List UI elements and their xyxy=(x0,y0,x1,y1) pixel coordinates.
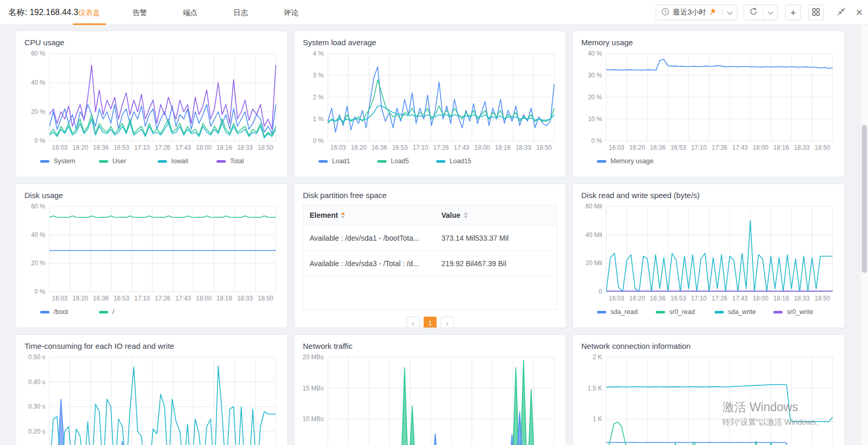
svg-text:18:50: 18:50 xyxy=(536,144,552,151)
legend-label: Load5 xyxy=(391,158,409,165)
svg-text:18:00: 18:00 xyxy=(475,144,490,151)
prev-page-button[interactable]: ‹ xyxy=(406,317,419,328)
svg-text:0 %: 0 % xyxy=(34,137,45,145)
sort-icon[interactable] xyxy=(341,212,345,218)
system-load-chart[interactable]: 0 %1 %2 %3 %4 %16:0316:2016:3616:5317:10… xyxy=(300,48,560,153)
svg-text:15 MBs: 15 MBs xyxy=(302,385,324,392)
column-header-value[interactable]: Value xyxy=(435,211,557,219)
tab-endpoints[interactable]: 端点 xyxy=(165,0,215,25)
add-widget-button[interactable]: + xyxy=(785,5,801,20)
close-button[interactable]: ✕ xyxy=(854,5,864,20)
svg-text:17:10: 17:10 xyxy=(413,144,428,151)
panel-disk-usage: Disk usage 0 %20 %40 %60 %16:0316:2016:3… xyxy=(16,184,288,328)
svg-text:17:26: 17:26 xyxy=(433,144,449,151)
active-tab-underline xyxy=(73,23,106,25)
svg-text:16:03: 16:03 xyxy=(52,295,68,302)
svg-text:10 MBs: 10 MBs xyxy=(302,415,324,423)
table-row[interactable]: Available : /dev/sda1 - /bootTota... 373… xyxy=(303,226,557,251)
vertical-scrollbar-thumb[interactable] xyxy=(862,125,867,273)
svg-text:3 %: 3 % xyxy=(313,72,324,79)
refresh-interval-dropdown-button[interactable] xyxy=(763,5,777,20)
pin-icon[interactable] xyxy=(710,8,717,17)
cpu-usage-chart[interactable]: 0 %20 %40 %60 %16:0316:2016:3616:5317:10… xyxy=(21,48,282,153)
svg-text:17:10: 17:10 xyxy=(691,295,707,302)
svg-text:18:33: 18:33 xyxy=(794,144,810,151)
svg-text:16:03: 16:03 xyxy=(609,295,624,302)
svg-text:18:00: 18:00 xyxy=(196,144,212,151)
tab-alerts-label: 告警 xyxy=(133,8,147,17)
legend-marker-icon xyxy=(597,311,606,313)
svg-text:18:00: 18:00 xyxy=(753,295,769,302)
legend-item[interactable]: / xyxy=(99,308,158,316)
svg-text:16:36: 16:36 xyxy=(93,295,109,302)
legend-item[interactable]: /boot xyxy=(40,308,99,316)
svg-text:60 %: 60 % xyxy=(31,203,46,210)
tab-alerts[interactable]: 告警 xyxy=(114,0,165,25)
svg-text:1 %: 1 % xyxy=(313,115,324,123)
svg-text:17:26: 17:26 xyxy=(711,295,727,302)
value-cell: 219.92 Bil467.39 Bil xyxy=(435,259,557,268)
clock-icon xyxy=(661,8,669,18)
svg-text:0.40 s: 0.40 s xyxy=(28,378,45,386)
svg-text:17:43: 17:43 xyxy=(175,295,191,302)
svg-text:17:10: 17:10 xyxy=(134,144,150,151)
refresh-button[interactable] xyxy=(744,5,763,20)
svg-text:20 MBs: 20 MBs xyxy=(302,354,324,361)
svg-text:0 %: 0 % xyxy=(313,137,324,145)
sort-icon[interactable] xyxy=(464,212,468,218)
legend-item[interactable]: sda_write xyxy=(714,308,773,316)
layout-grid-button[interactable] xyxy=(808,5,824,20)
vertical-scrollbar-track[interactable] xyxy=(860,25,868,445)
legend-label: sr0_read xyxy=(669,308,695,316)
tab-comments[interactable]: 评论 xyxy=(266,0,316,25)
legend-marker-icon xyxy=(318,160,328,163)
chevron-down-icon xyxy=(727,8,733,17)
legend-label: Total xyxy=(230,158,244,165)
legend-item[interactable]: sr0_read xyxy=(656,308,714,316)
time-range-button[interactable]: 最近3小时 xyxy=(656,5,722,20)
legend-item[interactable]: Load5 xyxy=(377,158,436,165)
legend-item[interactable]: Total xyxy=(216,158,275,165)
legend-marker-icon xyxy=(99,311,108,313)
legend-item[interactable]: System xyxy=(40,158,99,165)
legend-item[interactable]: Load15 xyxy=(436,158,495,165)
panel-title: Network connection information xyxy=(573,335,844,352)
legend-item[interactable]: Iowait xyxy=(158,158,216,165)
legend-marker-icon xyxy=(377,160,387,163)
svg-text:17:26: 17:26 xyxy=(711,144,727,151)
svg-text:16:36: 16:36 xyxy=(93,144,109,151)
collapse-button[interactable] xyxy=(836,5,847,20)
memory-usage-chart[interactable]: 0 %10 %20 %30 %40 %16:0316:2016:3616:531… xyxy=(578,48,839,153)
disk-usage-chart[interactable]: 0 %20 %40 %60 %16:0316:2016:3616:5317:10… xyxy=(21,201,282,304)
legend-item[interactable]: Load1 xyxy=(318,158,377,165)
panel-title: Disk read and write speed (byte/s) xyxy=(573,184,844,201)
table-empty-area xyxy=(303,277,557,310)
tab-dashboard[interactable]: 仪表盘 xyxy=(64,0,114,25)
legend-item[interactable]: sr0_write xyxy=(773,308,832,316)
svg-text:16:36: 16:36 xyxy=(650,144,666,151)
current-page-button[interactable]: 1 xyxy=(424,317,437,328)
svg-text:30 %: 30 % xyxy=(588,72,603,79)
io-time-chart[interactable]: 0.10 s0.20 s0.30 s0.40 s0.50 s16:0316:20… xyxy=(21,352,282,445)
legend-item[interactable]: Memory usage xyxy=(597,158,656,165)
network-traffic-chart[interactable]: 5 MBs10 MBs15 MBs20 MBs16:0316:2016:3616… xyxy=(300,352,560,445)
network-connections-chart[interactable]: 5001 K1.5 K2 K16:0316:2016:3616:5317:101… xyxy=(578,352,839,445)
disk-partition-table: Element Value Available : /dev/sda1 - /b… xyxy=(303,204,557,310)
next-page-button[interactable]: › xyxy=(441,317,454,328)
grid-icon xyxy=(812,8,820,18)
svg-text:20 %: 20 % xyxy=(31,108,46,115)
column-header-element[interactable]: Element xyxy=(303,211,435,219)
disk-rw-speed-chart[interactable]: 020 Mil40 Mil60 Mil16:0316:2016:3616:531… xyxy=(578,201,839,304)
time-range-dropdown-button[interactable] xyxy=(722,5,737,20)
legend-item[interactable]: User xyxy=(99,158,158,165)
legend-item[interactable]: sda_read xyxy=(597,308,656,316)
svg-text:0.30 s: 0.30 s xyxy=(28,403,45,410)
svg-text:16:53: 16:53 xyxy=(392,144,407,151)
table-row[interactable]: Available : /dev/sda3 - /Total : /d... 2… xyxy=(303,251,557,277)
svg-text:40 %: 40 % xyxy=(31,79,46,86)
svg-text:18:50: 18:50 xyxy=(814,295,830,302)
svg-text:18:16: 18:16 xyxy=(216,295,232,302)
svg-text:16:03: 16:03 xyxy=(52,144,68,151)
svg-text:16:03: 16:03 xyxy=(609,144,624,151)
tab-logs[interactable]: 日志 xyxy=(215,0,266,25)
